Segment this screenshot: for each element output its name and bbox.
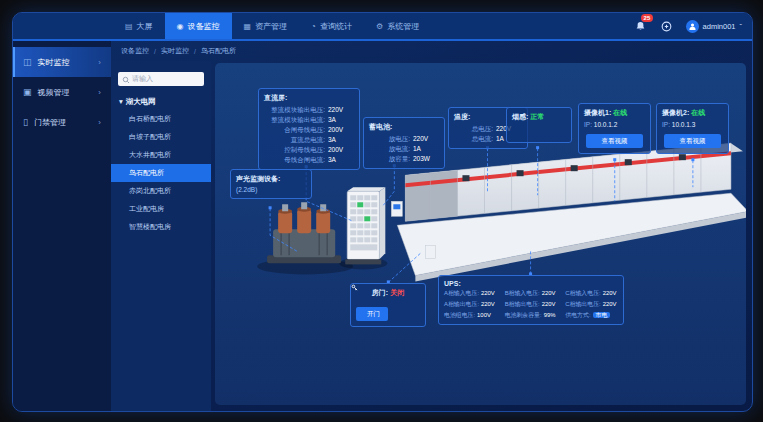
- tree-item-selected[interactable]: 鸟石配电所: [111, 164, 211, 182]
- ip-label: IP:: [662, 121, 670, 128]
- tree-item[interactable]: 工业配电房: [111, 200, 211, 218]
- avatar: [686, 20, 699, 33]
- monitor-icon: ◉: [177, 22, 184, 31]
- tree-item[interactable]: 大水井配电所: [111, 146, 211, 164]
- topbar-right-cluster: 25 admin001 ˇ: [634, 13, 742, 39]
- sidebar-item-label: 门禁管理: [34, 117, 66, 128]
- main-content: 直流屏: 整流模块输出电压:220V 整流模块输出电流:3A 合闸母线电压:20…: [215, 63, 746, 405]
- metric-label: B相输入电压:: [505, 290, 540, 296]
- metric-label: 放容量:: [369, 154, 410, 164]
- camera2-ip: 10.0.1.3: [672, 121, 696, 128]
- panel-title: 房门:: [372, 289, 388, 296]
- tree-item[interactable]: 智慧楼配电房: [111, 218, 211, 236]
- metric-label: 控制母线电压:: [264, 145, 325, 155]
- sidebar-item-video-management[interactable]: ▣ 视频管理 ›: [13, 77, 111, 107]
- camera1-panel: 摄像机1: 在线 IP: 10.0.1.2 查看视频: [578, 103, 651, 154]
- metric-value: 203W: [413, 154, 439, 164]
- breadcrumb-item[interactable]: 实时监控: [161, 46, 189, 56]
- metric-value: 220V: [542, 301, 556, 307]
- dc-screen-panel: 直流屏: 整流模块输出电压:220V 整流模块输出电流:3A 合闸母线电压:20…: [258, 88, 360, 170]
- panel-title: 摄像机2:: [662, 109, 689, 116]
- panel-title: 直流屏:: [264, 93, 354, 103]
- fullscreen-icon[interactable]: [660, 19, 674, 33]
- metric-value: 200V: [328, 145, 354, 155]
- gear-icon: ⚙: [376, 22, 383, 31]
- metric-label: 总电流:: [454, 134, 493, 144]
- user-menu[interactable]: admin001 ˇ: [686, 20, 742, 33]
- sidebar-item-access-control[interactable]: ▯ 门禁管理 ›: [13, 107, 111, 137]
- metric-label: 整流模块输出电压:: [264, 105, 325, 115]
- battery-panel: 蓄电池: 放电压:220V 放电流:1A 放容量:203W: [363, 117, 445, 169]
- tab-label: 大屏: [137, 21, 153, 32]
- breadcrumb: 设备监控 / 实时监控 / 鸟石配电所: [111, 41, 752, 61]
- chevron-right-icon: ›: [98, 58, 101, 67]
- metric-label: 电池剩余容量:: [505, 312, 542, 318]
- sidebar: ◫ 实时监控 › ▣ 视频管理 › ▯ 门禁管理 ›: [13, 41, 111, 411]
- sidebar-item-realtime-monitoring[interactable]: ◫ 实时监控 ›: [13, 47, 111, 77]
- metric-label: A相输入电压:: [444, 290, 479, 296]
- username: admin001: [703, 22, 736, 31]
- tab-asset-management[interactable]: ▦ 资产管理: [232, 13, 300, 39]
- chevron-right-icon: ›: [98, 118, 101, 127]
- door-icon: ▯: [23, 117, 28, 127]
- search-icon: [122, 70, 130, 88]
- metric-label: 放电压:: [369, 134, 410, 144]
- metric-value: 220V: [481, 290, 495, 296]
- panel-title: 声光监测设备:: [236, 174, 306, 184]
- metric-label: 放电流:: [369, 144, 410, 154]
- top-navigation: ▤ 大屏 ◉ 设备监控 ▦ 资产管理 ◔ 查询统计 ⚙ 系统管理 25: [13, 13, 752, 41]
- video-icon: ▣: [23, 87, 32, 97]
- open-door-button[interactable]: 开门: [356, 307, 388, 321]
- metric-label: B相输出电压:: [505, 301, 540, 307]
- app-window: ▤ 大屏 ◉ 设备监控 ▦ 资产管理 ◔ 查询统计 ⚙ 系统管理 25: [12, 12, 753, 412]
- chevron-down-icon: ˇ: [740, 22, 743, 31]
- tree-item[interactable]: 赤岗北配电所: [111, 182, 211, 200]
- panel-title: 蓄电池:: [369, 122, 439, 132]
- metric-label: 直流总电流:: [264, 135, 325, 145]
- camera1-ip: 10.0.1.2: [594, 121, 618, 128]
- metric-value: 220V: [603, 301, 617, 307]
- metric-label: C相输入电压:: [565, 290, 600, 296]
- station-tree-panel: ▾ 湖大电网 白石桥配电所 白坡子配电所 大水井配电所 鸟石配电所 赤岗北配电所…: [111, 61, 211, 411]
- tree-item[interactable]: 白坡子配电所: [111, 128, 211, 146]
- ip-label: IP:: [584, 121, 592, 128]
- metric-value: 200V: [328, 125, 354, 135]
- tab-system-management[interactable]: ⚙ 系统管理: [364, 13, 431, 39]
- tab-device-monitoring[interactable]: ◉ 设备监控: [165, 13, 232, 39]
- view-video-button[interactable]: 查看视频: [664, 134, 720, 148]
- tab-query-statistics[interactable]: ◔ 查询统计: [299, 13, 364, 39]
- dashboard-icon: ▤: [125, 22, 133, 31]
- stats-icon: ◔: [311, 22, 316, 31]
- metric-label: 供电方式:: [565, 312, 590, 318]
- breadcrumb-separator: /: [154, 48, 156, 55]
- metric-value: 220V: [481, 301, 495, 307]
- panel-title: 摄像机1:: [584, 109, 611, 116]
- realtime-monitor-icon: ◫: [23, 57, 32, 67]
- power-mode-badge: 市电: [593, 312, 611, 318]
- camera1-status: 在线: [613, 109, 627, 116]
- door-status: 关闭: [390, 289, 404, 296]
- metric-value: 3A: [328, 155, 354, 165]
- tree-search-input[interactable]: [118, 72, 204, 86]
- metric-value: 1A: [413, 144, 439, 154]
- tree-root-label: 湖大电网: [126, 97, 156, 107]
- breadcrumb-item[interactable]: 设备监控: [121, 46, 149, 56]
- sidebar-item-label: 实时监控: [38, 57, 70, 68]
- metric-value: 100V: [477, 312, 491, 318]
- metric-value: 220V: [603, 290, 617, 296]
- breadcrumb-item[interactable]: 鸟石配电所: [201, 46, 236, 56]
- tree-item[interactable]: 白石桥配电所: [111, 110, 211, 128]
- open-door-label: 开门: [367, 310, 380, 319]
- notification-bell-icon[interactable]: 25: [634, 19, 648, 33]
- view-video-button[interactable]: 查看视频: [586, 134, 642, 148]
- panel-title: UPS:: [444, 280, 618, 287]
- metric-value: 220V: [328, 105, 354, 115]
- tab-dashboard[interactable]: ▤ 大屏: [113, 13, 165, 39]
- metric-label: 总电压:: [454, 124, 493, 134]
- metric-label: 电池组电压:: [444, 312, 475, 318]
- metric-label: C相输出电压:: [565, 301, 600, 307]
- metric-label: A相输出电压:: [444, 301, 479, 307]
- door-panel: 房门: 关闭 开门: [350, 283, 426, 327]
- tree-root-node[interactable]: ▾ 湖大电网: [111, 94, 211, 110]
- metric-value: 3A: [328, 115, 354, 125]
